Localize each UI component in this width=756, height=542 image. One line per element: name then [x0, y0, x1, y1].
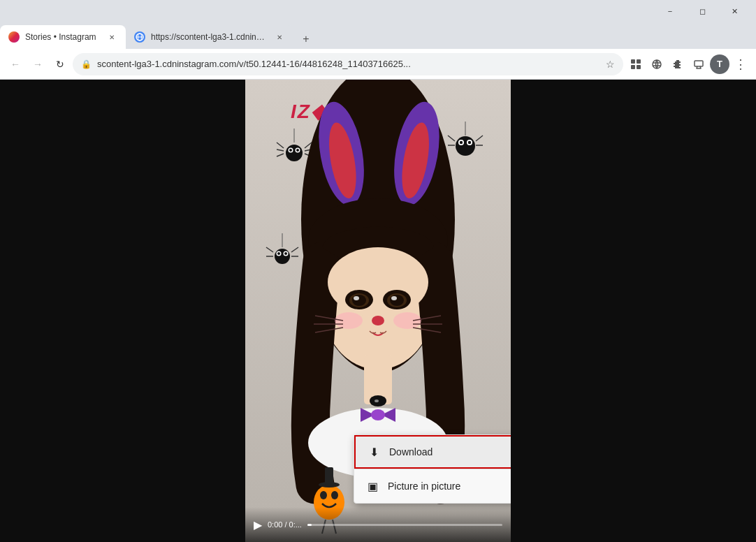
content-area: IZ◆ONE: [0, 80, 756, 542]
video-controls: ▶ 0:00 / 0:...: [245, 507, 511, 542]
tab-instagram-label: Stories • Instagram: [25, 32, 101, 42]
svg-rect-83: [325, 467, 333, 485]
translate-icon[interactable]: [647, 54, 667, 74]
title-bar: − ◻ ✕: [0, 0, 756, 22]
extensions-icon[interactable]: [668, 54, 688, 74]
svg-point-65: [372, 316, 384, 325]
progress-bar[interactable]: [307, 524, 502, 526]
svg-point-56: [328, 247, 428, 317]
tab-cdn[interactable]: https://scontent-lga3-1.cdninsta... ✕: [126, 25, 293, 49]
svg-rect-6: [637, 65, 641, 69]
download-menu-item[interactable]: ⬇ Download: [354, 435, 511, 469]
svg-point-20: [289, 149, 292, 152]
address-bar[interactable]: 🔒 scontent-lga3-1.cdninstagram.com/v/t50…: [73, 53, 623, 75]
nav-bar: ← → ↻ 🔒 scontent-lga3-1.cdninstagram.com…: [0, 49, 756, 80]
tab-instagram-close[interactable]: ✕: [106, 31, 117, 43]
svg-point-76: [371, 409, 385, 420]
restore-button[interactable]: ◻: [686, 0, 718, 22]
context-menu: ⬇ Download ▣ Picture in picture: [354, 434, 511, 504]
svg-point-59: [352, 295, 366, 306]
svg-point-80: [320, 491, 327, 499]
svg-point-81: [331, 491, 338, 499]
media-router-icon[interactable]: [689, 54, 708, 74]
svg-point-32: [460, 141, 463, 144]
video-time: 0:00 / 0:...: [268, 520, 302, 529]
download-icon: ⬇: [367, 445, 381, 459]
svg-rect-3: [631, 59, 635, 64]
tab-bar: Stories • Instagram ✕ https://scontent-l…: [0, 22, 756, 49]
profile-avatar[interactable]: T: [710, 54, 729, 74]
lock-icon: 🔒: [81, 59, 92, 69]
svg-point-29: [456, 136, 475, 156]
svg-rect-4: [637, 59, 641, 64]
svg-rect-5: [631, 65, 635, 69]
play-button[interactable]: ▶: [254, 518, 262, 532]
tab-cdn-close[interactable]: ✕: [274, 31, 285, 43]
new-tab-button[interactable]: +: [296, 29, 316, 49]
minimize-button[interactable]: −: [654, 0, 686, 22]
svg-rect-10: [695, 61, 703, 66]
tab-cdn-label: https://scontent-lga3-1.cdninsta...: [151, 32, 268, 42]
reload-button[interactable]: ↻: [50, 54, 70, 74]
more-options-icon[interactable]: ⋮: [731, 54, 750, 74]
bookmark-icon[interactable]: ☆: [606, 59, 615, 70]
svg-point-63: [390, 295, 404, 306]
pip-label: Picture in picture: [388, 481, 460, 492]
pip-icon: ▣: [365, 479, 379, 493]
svg-point-67: [393, 312, 421, 329]
svg-point-43: [284, 252, 287, 255]
extensions-grid-icon[interactable]: [626, 54, 646, 74]
cdn-favicon: [134, 31, 145, 43]
url-text: scontent-lga3-1.cdninstagram.com/v/t50.1…: [97, 59, 600, 69]
video-frame: IZ◆ONE: [245, 80, 511, 542]
tab-instagram[interactable]: Stories • Instagram ✕: [0, 25, 126, 49]
svg-point-60: [354, 296, 359, 300]
svg-point-17: [286, 145, 303, 161]
progress-fill: [307, 524, 312, 526]
svg-point-21: [296, 149, 299, 152]
instagram-favicon: [8, 31, 20, 43]
svg-point-7: [653, 60, 661, 68]
download-label: Download: [389, 446, 432, 457]
toolbar-icons: T ⋮: [626, 54, 750, 74]
video-container: IZ◆ONE: [245, 80, 511, 542]
svg-point-42: [277, 252, 280, 255]
close-button[interactable]: ✕: [718, 0, 750, 22]
picture-in-picture-menu-item[interactable]: ▣ Picture in picture: [354, 469, 511, 503]
svg-point-78: [375, 400, 379, 402]
svg-point-33: [468, 141, 471, 144]
svg-point-66: [335, 312, 363, 329]
svg-point-39: [275, 249, 290, 264]
back-button[interactable]: ←: [6, 54, 25, 74]
svg-point-64: [391, 296, 397, 300]
forward-button[interactable]: →: [28, 54, 48, 74]
